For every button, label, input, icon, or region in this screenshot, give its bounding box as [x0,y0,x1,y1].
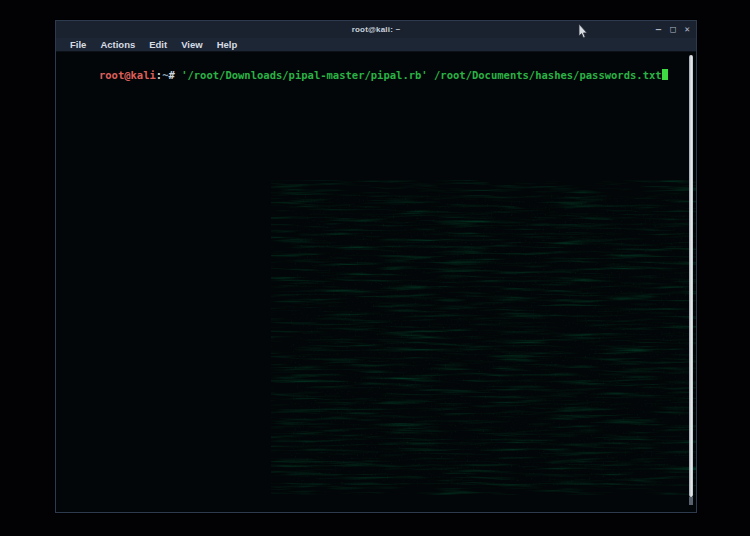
terminal-window: root@kali: ~ – □ ✕ File Actions Edit Vie… [55,20,697,513]
menu-item-actions[interactable]: Actions [93,38,142,52]
scrollbar-bottom-cap [689,497,693,505]
titlebar[interactable]: root@kali: ~ – □ ✕ [56,21,696,38]
terminal-screen[interactable]: root@kali:~# '/root/Downloads/pipal-mast… [56,52,696,512]
maximize-button[interactable]: □ [670,25,675,34]
prompt-symbol: # [169,69,182,81]
prompt-user-host: root@kali [99,69,156,81]
menu-bar: File Actions Edit View Help [56,38,696,52]
ghost-artifact-noise [271,180,696,495]
window-controls: – □ ✕ [656,21,690,38]
menu-item-file[interactable]: File [63,38,93,52]
command-line: root@kali:~# '/root/Downloads/pipal-mast… [61,56,668,95]
menu-item-edit[interactable]: Edit [142,38,174,52]
scrollbar[interactable] [689,55,694,505]
menu-item-help[interactable]: Help [210,38,245,52]
text-cursor [662,69,668,80]
command-text: '/root/Downloads/pipal-master/pipal.rb' … [181,69,661,81]
scrollbar-thumb[interactable] [689,55,693,497]
desktop-background: { "window": { "title": "root@kali: ~", "… [0,0,750,536]
close-button[interactable]: ✕ [685,25,690,34]
menu-item-view[interactable]: View [174,38,209,52]
minimize-button[interactable]: – [656,25,661,34]
window-title: root@kali: ~ [352,25,401,34]
